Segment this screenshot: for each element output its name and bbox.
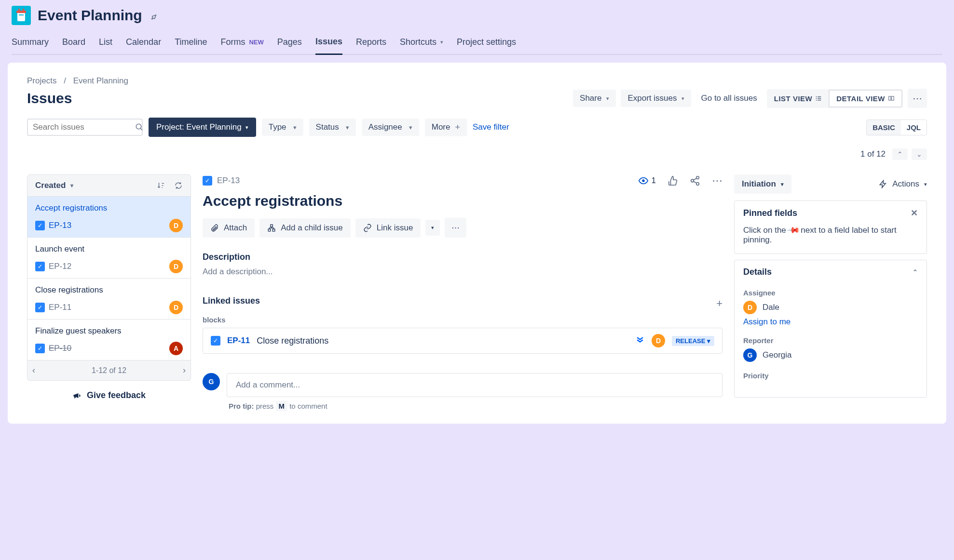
add-linked-issue-button[interactable]: + — [716, 297, 722, 310]
more-filter[interactable]: More+ — [425, 119, 467, 136]
reporter-avatar: G — [743, 348, 757, 362]
tab-list[interactable]: List — [99, 33, 112, 54]
view-toggle: LIST VIEW DETAIL VIEW — [767, 89, 903, 108]
pro-tip: Pro tip: press M to comment — [229, 402, 722, 410]
share-button[interactable]: Share▾ — [573, 90, 616, 107]
link-issue-button[interactable]: Link issue — [355, 218, 421, 238]
more-icon[interactable]: ⋯ — [712, 174, 722, 187]
svg-rect-4 — [19, 14, 24, 15]
tab-timeline[interactable]: Timeline — [175, 33, 207, 54]
chevron-up-icon: ⌃ — [913, 268, 918, 276]
more-actions-icon[interactable]: ⋯ — [908, 89, 927, 108]
status-filter[interactable]: Status — [309, 119, 356, 136]
link-dropdown[interactable]: ▾ — [425, 220, 440, 236]
actions-dropdown[interactable]: Actions▾ — [879, 174, 927, 194]
breadcrumb-projects[interactable]: Projects — [27, 76, 56, 85]
basic-mode[interactable]: BASIC — [867, 120, 901, 135]
issue-card[interactable]: Launch event ✓ EP-12 D — [27, 238, 191, 279]
pagination: 1 of 12 ⌃ ⌄ — [860, 148, 927, 160]
project-filter[interactable]: Project: Event Planning▾ — [149, 118, 256, 137]
assignee-filter[interactable]: Assignee — [362, 119, 419, 136]
issue-key: EP-10 — [49, 344, 71, 353]
sort-dropdown[interactable]: Created▾ — [35, 181, 73, 190]
give-feedback-link[interactable]: Give feedback — [27, 381, 191, 410]
issue-card[interactable]: Close registrations ✓ EP-11 D — [27, 279, 191, 320]
watch-button[interactable]: 1 — [638, 175, 656, 186]
svg-point-16 — [691, 179, 694, 182]
details-toggle[interactable]: Details ⌃ — [735, 260, 927, 284]
assignee-avatar: A — [169, 342, 183, 355]
share-icon[interactable] — [690, 175, 700, 186]
export-button[interactable]: Export issues▾ — [621, 90, 691, 107]
issue-key[interactable]: EP-13 — [217, 176, 240, 186]
tab-project-settings[interactable]: Project settings — [457, 33, 516, 54]
detail-view-button[interactable]: DETAIL VIEW — [829, 90, 902, 107]
breadcrumb-current: Event Planning — [73, 76, 128, 85]
save-filter-link[interactable]: Save filter — [473, 122, 509, 132]
tab-calendar[interactable]: Calendar — [126, 33, 161, 54]
linked-issue-key[interactable]: EP-11 — [227, 336, 250, 346]
assignee-label: Assignee — [743, 289, 918, 297]
svg-rect-9 — [816, 100, 817, 101]
page-next[interactable]: ⌄ — [912, 148, 927, 160]
linked-status-badge[interactable]: RELEASE ▾ — [672, 336, 714, 346]
like-button[interactable] — [668, 175, 678, 186]
linked-issue-card[interactable]: ✓ EP-11 Close registrations D RELEASE ▾ — [203, 328, 722, 354]
tab-board[interactable]: Board — [62, 33, 85, 54]
list-next[interactable]: › — [183, 365, 186, 375]
page-title: Issues — [27, 90, 72, 107]
pin-icon: 📌 — [786, 223, 801, 238]
svg-rect-0 — [17, 13, 25, 21]
svg-rect-18 — [271, 225, 273, 227]
add-child-button[interactable]: Add a child issue — [259, 218, 351, 238]
project-icon — [12, 6, 31, 25]
svg-rect-12 — [892, 96, 894, 100]
svg-point-14 — [642, 179, 645, 182]
tab-shortcuts[interactable]: Shortcuts▾ — [400, 33, 443, 54]
description-header: Description — [203, 252, 722, 262]
go-to-all-issues[interactable]: Go to all issues — [696, 90, 762, 107]
current-user-avatar: G — [203, 373, 220, 390]
close-pinned-button[interactable]: ✕ — [911, 208, 918, 218]
priority-label: Priority — [743, 372, 918, 380]
list-view-button[interactable]: LIST VIEW — [767, 90, 829, 107]
jql-mode[interactable]: JQL — [901, 120, 927, 135]
status-dropdown[interactable]: Initiation▾ — [734, 174, 791, 194]
assignee-value[interactable]: D Dale — [743, 301, 918, 314]
assign-to-me-link[interactable]: Assign to me — [743, 317, 918, 327]
assignee-avatar: D — [169, 301, 183, 314]
attach-button[interactable]: Attach — [203, 218, 255, 238]
refresh-icon[interactable] — [174, 181, 183, 190]
issue-type-icon: ✓ — [35, 262, 45, 271]
reporter-value[interactable]: G Georgia — [743, 348, 918, 362]
tab-forms[interactable]: FormsNEW — [220, 33, 263, 54]
list-prev[interactable]: ‹ — [32, 365, 35, 375]
emoji-button[interactable] — [149, 10, 159, 20]
description-field[interactable]: Add a description... — [203, 267, 722, 277]
reporter-label: Reporter — [743, 336, 918, 345]
assignee-avatar: D — [169, 260, 183, 273]
sort-order-icon[interactable] — [157, 181, 165, 190]
more-actions-button[interactable]: ⋯ — [445, 218, 466, 238]
issue-card[interactable]: Finalize guest speakers ✓ EP-10 A — [27, 320, 191, 360]
tab-issues[interactable]: Issues — [315, 33, 342, 55]
tab-summary[interactable]: Summary — [12, 33, 49, 54]
tab-reports[interactable]: Reports — [356, 33, 386, 54]
issue-type-icon: ✓ — [35, 221, 45, 230]
issue-title[interactable]: Accept registrations — [203, 193, 722, 209]
assignee-avatar: D — [169, 219, 183, 232]
svg-rect-11 — [889, 96, 891, 100]
megaphone-icon — [72, 390, 82, 400]
type-filter[interactable]: Type — [262, 119, 303, 136]
svg-point-17 — [696, 183, 699, 186]
page-prev[interactable]: ⌃ — [892, 148, 908, 160]
search-input[interactable] — [33, 122, 135, 132]
issue-card[interactable]: Accept registrations ✓ EP-13 D — [27, 197, 191, 238]
issue-type-icon: ✓ — [35, 344, 45, 353]
svg-point-13 — [136, 124, 141, 130]
tab-pages[interactable]: Pages — [277, 33, 302, 54]
new-badge: NEW — [249, 39, 263, 46]
svg-rect-19 — [268, 229, 271, 231]
linked-issue-title: Close registrations — [257, 336, 628, 346]
comment-input[interactable]: Add a comment... — [227, 373, 722, 397]
